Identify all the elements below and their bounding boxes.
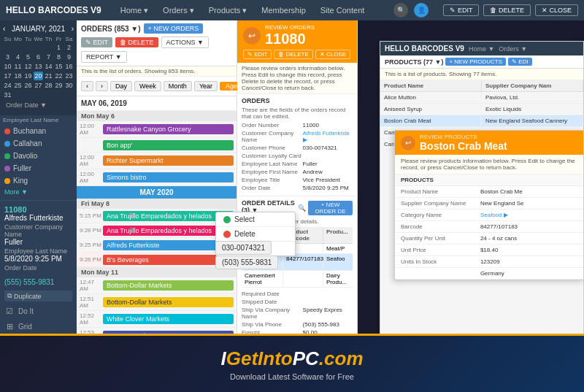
products-edit-button[interactable]: ✎ EDI	[508, 58, 532, 66]
review-close-button[interactable]: ✕ CLOSE	[315, 50, 350, 59]
cal-day-28[interactable]: 28	[44, 81, 53, 90]
filter-davolio[interactable]: Davolio	[0, 150, 77, 162]
cal-day-29[interactable]: 29	[54, 81, 64, 90]
cal-day-cell[interactable]	[23, 91, 33, 99]
nav-membership[interactable]: Membership	[258, 4, 309, 16]
cal-day-12[interactable]: 12	[23, 62, 33, 71]
new-products-button[interactable]: + NEW PRODUCTS	[445, 58, 506, 66]
cal-day-cell[interactable]	[3, 43, 12, 52]
cal-day-16[interactable]: 16	[64, 62, 74, 71]
cal-day-26[interactable]: 26	[23, 81, 33, 90]
cal-day-23[interactable]: 23	[64, 72, 74, 80]
rp-category-value[interactable]: Seafood ▶	[480, 212, 577, 218]
top-close-button[interactable]: ✕ CLOSE	[535, 4, 578, 16]
cal-day-30[interactable]: 30	[64, 81, 74, 90]
cal-day-8[interactable]: 8	[54, 53, 64, 61]
cal-day-11[interactable]: 11	[13, 62, 23, 71]
duplicate-button[interactable]: ⧉ Duplicate	[4, 291, 72, 301]
event-bottom-2[interactable]: 12:51 AM Bottom-Dollar Markets	[77, 294, 237, 311]
product-row-alice[interactable]: Alice Mutton Paviova, Ltd.	[380, 92, 583, 104]
order-date-filter[interactable]: Order Date ▼	[3, 99, 74, 111]
cal-day-24[interactable]: 24	[3, 81, 12, 90]
actions-dropdown-button[interactable]: ACTIONS ▼	[161, 36, 209, 48]
event-ana2[interactable]: 9:28 PM Ana Trujillo Emparedados y helad…	[77, 223, 237, 238]
product-row-aniseed[interactable]: Aniseed Syrup Exotic Liquids	[380, 104, 583, 115]
cal-day-25[interactable]: 25	[13, 81, 23, 90]
cal-next[interactable]: ›	[72, 25, 74, 33]
cal-day-27[interactable]: 27	[34, 81, 43, 90]
cal-day-14[interactable]: 14	[44, 62, 53, 71]
cal-day-10[interactable]: 10	[3, 62, 12, 71]
new-orders-button[interactable]: + NEW ORDERS	[144, 23, 204, 34]
cal-prev-btn[interactable]: ‹	[81, 81, 93, 91]
ctx-delete[interactable]: Delete	[216, 227, 295, 241]
more-filter-btn[interactable]: More ▼	[0, 187, 77, 197]
cal-day-cell[interactable]	[54, 91, 64, 99]
nav-grid[interactable]: ⊞ Grid	[0, 319, 77, 334]
review-delete-button[interactable]: 🗑 DELETE	[274, 50, 312, 59]
event-white-1[interactable]: 12:52 AM White Clover Markets	[77, 311, 237, 328]
cal-day-cell[interactable]	[34, 43, 43, 52]
event-rattlesnake[interactable]: 12:00 AM Rattlesnake Canyon Grocery	[77, 121, 237, 138]
cal-day-cell[interactable]	[34, 91, 43, 99]
cal-day-2[interactable]: 2	[64, 43, 74, 52]
event-ana1[interactable]: 5:15 PM Ana Trujillo Emparedados y helad…	[77, 209, 237, 223]
product-row-boston[interactable]: Boston Crab Meat New England Seafood Can…	[380, 115, 583, 127]
filter-buchanan[interactable]: Buchanan	[0, 125, 77, 137]
search-icon[interactable]: 🔍	[393, 3, 408, 18]
bc-nav-orders[interactable]: Orders ▼	[499, 45, 527, 53]
cal-day-31[interactable]: 31	[3, 91, 12, 99]
order-detail-row-3[interactable]: Camembert Pierrot Dairy Produ...	[242, 271, 353, 288]
event-richter[interactable]: 12:00 AM Richter Supermarkt	[77, 153, 237, 169]
cal-day-cell[interactable]	[64, 91, 74, 99]
cal-year-view-btn[interactable]: Year	[194, 81, 218, 91]
cal-day-4[interactable]: 4	[13, 53, 23, 61]
cal-day-1[interactable]: 1	[54, 43, 64, 52]
cal-month-view-btn[interactable]: Month	[164, 81, 192, 91]
review-edit-button[interactable]: ✎ EDIT	[243, 50, 272, 59]
cal-day-13[interactable]: 13	[34, 62, 43, 71]
nav-orders[interactable]: Orders ▾	[160, 4, 197, 17]
cal-prev[interactable]: ‹	[3, 25, 5, 33]
filter-callahan[interactable]: Callahan	[0, 137, 77, 150]
orders-edit-button[interactable]: ✎ EDIT	[81, 37, 112, 47]
bc-nav-home[interactable]: Home ▼	[469, 45, 494, 53]
cal-day-9[interactable]: 9	[64, 53, 74, 61]
order-details-search-icon[interactable]: 🔍	[298, 204, 306, 212]
cal-day-cell[interactable]	[13, 91, 23, 99]
cal-day-17[interactable]: 17	[3, 72, 12, 80]
cal-day-6[interactable]: 6	[34, 53, 43, 61]
cal-day-18[interactable]: 18	[13, 72, 23, 80]
nav-site-content[interactable]: Site Content	[318, 4, 368, 16]
event-alfreds[interactable]: 9:25 PM Alfreds Futterkiste	[77, 238, 237, 253]
nav-products[interactable]: Products ▾	[206, 4, 250, 17]
cal-day-cell[interactable]	[44, 91, 53, 99]
cal-day-cell[interactable]	[44, 43, 53, 52]
cal-day-15[interactable]: 15	[54, 62, 64, 71]
cal-day-7[interactable]: 7	[44, 53, 53, 61]
cal-day-cell[interactable]	[23, 43, 33, 52]
cal-day-5[interactable]: 5	[23, 53, 33, 61]
event-bon-app[interactable]: Bon app'	[77, 138, 237, 153]
cal-day-21[interactable]: 21	[44, 72, 53, 80]
cal-day-3[interactable]: 3	[3, 53, 12, 61]
event-beverages[interactable]: 9:26 PM B's Beverages	[77, 253, 237, 267]
customer-company-value[interactable]: Alfreds Futterkiste ▶	[303, 130, 353, 143]
cal-day-view-btn[interactable]: Day	[110, 81, 132, 91]
cal-day-19[interactable]: 19	[23, 72, 33, 80]
nav-do-it[interactable]: ☑ Do It	[0, 304, 77, 319]
ctx-select[interactable]: Select	[216, 212, 295, 226]
report-dropdown-button[interactable]: REPORT ▼	[81, 51, 127, 63]
user-icon[interactable]: 👤	[414, 3, 429, 18]
cal-day-20[interactable]: 20	[34, 72, 43, 80]
cal-day-22[interactable]: 22	[54, 72, 64, 80]
event-bottom-1[interactable]: 12:47 AM Bottom-Dollar Markets	[77, 277, 237, 294]
cal-week-view-btn[interactable]: Week	[134, 81, 161, 91]
orders-delete-button[interactable]: 🗑 DELETE	[115, 37, 158, 47]
new-order-detail-button[interactable]: + NEW ORDER DE	[308, 201, 353, 215]
event-simons[interactable]: 12:00 AM Simons bistro	[77, 169, 237, 186]
cal-day-cell[interactable]	[13, 43, 23, 52]
top-edit-button[interactable]: ✎ EDIT	[443, 4, 479, 16]
filter-fuller[interactable]: Fuller	[0, 162, 77, 174]
cal-next-btn[interactable]: ›	[96, 81, 108, 91]
